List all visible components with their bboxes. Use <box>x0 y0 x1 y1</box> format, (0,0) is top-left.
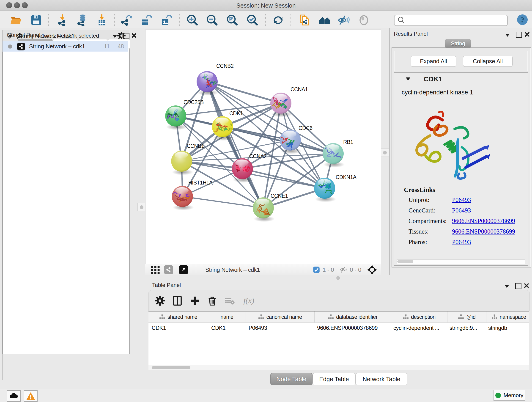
svg-text:?: ? <box>520 15 524 24</box>
column-header[interactable]: shared name <box>148 312 208 322</box>
search-input[interactable] <box>407 17 507 24</box>
splitter-grip-icon <box>140 205 143 209</box>
crosslink-link[interactable]: P06493 <box>452 196 471 204</box>
zoom-in-button[interactable] <box>186 14 199 26</box>
gene-section-header[interactable]: CDK1 <box>394 72 528 86</box>
tab-string[interactable]: String <box>445 39 471 48</box>
table-hscrollbar[interactable] <box>148 365 529 370</box>
toolbar-divider <box>291 14 291 26</box>
function-builder-button[interactable]: f(x) <box>243 294 255 307</box>
network-node-CDK1[interactable] <box>212 116 234 141</box>
table-hscrollbar-thumb[interactable] <box>152 366 190 369</box>
float-panel-icon[interactable] <box>516 32 522 38</box>
column-header[interactable]: canonical name <box>246 312 315 322</box>
results-hscrollbar-thumb[interactable] <box>397 260 413 263</box>
memory-button[interactable]: Memory <box>494 390 525 401</box>
close-panel-icon[interactable] <box>525 32 530 37</box>
crosslink-label: Uniprot: <box>409 196 430 204</box>
clone-network-button[interactable] <box>298 14 311 26</box>
warnings-button[interactable] <box>24 390 38 402</box>
hidden-count: 0 - 0 <box>350 267 361 273</box>
zoom-fit-icon <box>226 14 239 26</box>
open-session-button[interactable] <box>10 14 22 26</box>
network-node-CCNA1[interactable] <box>270 93 292 117</box>
search-field[interactable] <box>394 15 508 26</box>
table-settings-button[interactable] <box>154 294 166 307</box>
selected-checkbox-icon[interactable] <box>313 266 320 273</box>
network-canvas[interactable]: CCNB2CCNA1CDC25BCDK1CDC6RB1CCNB1CCNA2CDK… <box>145 30 381 264</box>
table-cell: 9606.ENSP00000378699 <box>314 323 390 333</box>
add-column-button[interactable] <box>189 294 201 307</box>
network-collection-row[interactable]: String Network – cdk1 1 <box>2 31 128 41</box>
tab-node-table[interactable]: Node Table <box>270 373 312 385</box>
column-header[interactable]: namespace <box>486 312 529 322</box>
results-panel: Results Panel String Expand All Collapse… <box>389 28 532 281</box>
table-row[interactable]: CDK1CDK1P064939606.ENSP00000378699cyclin… <box>148 323 529 333</box>
results-hscrollbar[interactable] <box>397 259 525 264</box>
zoom-selected-icon <box>246 14 259 26</box>
network-node-CDC25B[interactable] <box>165 105 187 130</box>
network-node-CDKN1A[interactable] <box>314 178 336 202</box>
refresh-button[interactable] <box>272 14 285 26</box>
crosslink-label: Tissues: <box>409 228 429 235</box>
right-splitter-handle[interactable] <box>381 148 389 157</box>
table-cell: P06493 <box>245 323 314 333</box>
panel-menu-icon[interactable] <box>505 33 511 37</box>
close-panel-icon[interactable] <box>524 283 529 288</box>
float-panel-icon[interactable] <box>515 283 521 289</box>
grid-view-icon[interactable] <box>151 265 160 274</box>
save-session-button[interactable] <box>30 14 43 26</box>
crosslink-link[interactable]: 9606.ENSP00000378699 <box>452 228 515 235</box>
panel-menu-icon[interactable] <box>504 284 510 288</box>
close-panel-icon[interactable] <box>131 33 137 38</box>
gene-expander-icon[interactable] <box>405 77 411 81</box>
window-title: Session: New Session <box>0 2 532 9</box>
network-node-CCNA2[interactable] <box>232 158 254 183</box>
collapse-all-button[interactable]: Collapse All <box>463 56 513 67</box>
show-columns-button[interactable] <box>171 294 184 307</box>
delete-table-button[interactable] <box>223 294 236 307</box>
column-header[interactable]: database identifier <box>315 312 391 322</box>
cloud-status-button[interactable] <box>7 390 21 402</box>
string-results-container: Expand All Collapse All CDK1 cyclin-depe… <box>392 47 531 268</box>
column-header[interactable]: @id <box>447 312 486 322</box>
import-table-button[interactable] <box>95 14 108 26</box>
node-table: shared namenamecanonical namedatabase id… <box>148 311 529 366</box>
column-header[interactable]: description <box>391 312 447 322</box>
left-splitter-handle[interactable] <box>138 203 146 211</box>
table-cell: CDK1 <box>208 323 245 333</box>
expand-all-button[interactable]: Expand All <box>411 56 456 67</box>
delete-column-button[interactable] <box>206 294 218 307</box>
export-network-icon <box>120 14 132 26</box>
zoom-selected-button[interactable] <box>246 14 259 26</box>
control-panel: Control Panel NetworkStyleSelectSets 1 o… <box>2 30 136 380</box>
detach-view-button[interactable] <box>179 265 188 274</box>
tab-network-table[interactable]: Network Table <box>355 373 407 385</box>
horizontal-splitter[interactable] <box>145 275 532 281</box>
import-network-database-button[interactable] <box>75 14 88 26</box>
show-all-button[interactable] <box>357 14 370 26</box>
network-node-CCNB2[interactable] <box>196 71 219 96</box>
export-table-button[interactable] <box>139 14 152 26</box>
network-row-selected[interactable]: String Network – cdk1 11 48 <box>2 41 128 51</box>
crosslink-link[interactable]: P06493 <box>452 239 471 246</box>
column-header[interactable]: name <box>208 312 246 322</box>
crosslink-link[interactable]: P06493 <box>452 207 471 214</box>
help-button[interactable]: ? <box>516 14 528 27</box>
zoom-fit-button[interactable] <box>226 14 239 26</box>
export-network-button[interactable] <box>120 14 133 26</box>
export-image-button[interactable] <box>159 14 172 26</box>
zoom-out-button[interactable] <box>206 14 219 26</box>
birdseye-toggle-icon[interactable] <box>367 265 377 275</box>
collection-expander-icon[interactable] <box>8 34 13 38</box>
first-neighbors-button[interactable] <box>318 14 331 26</box>
network-thumbnail-icon[interactable] <box>164 265 173 274</box>
import-network-file-button[interactable] <box>56 14 69 26</box>
hide-selected-button[interactable] <box>337 14 350 26</box>
network-view-toolbar: String Network – cdk1 1 - 0 0 - 0 <box>145 264 381 275</box>
toolbar-divider <box>265 14 266 26</box>
crosslink-link[interactable]: 9606.ENSP00000378699 <box>452 217 515 225</box>
tab-edge-table[interactable]: Edge Table <box>312 373 355 385</box>
network-node-HIST1H1A[interactable] <box>172 186 194 211</box>
network-node-RB1[interactable] <box>321 143 345 167</box>
